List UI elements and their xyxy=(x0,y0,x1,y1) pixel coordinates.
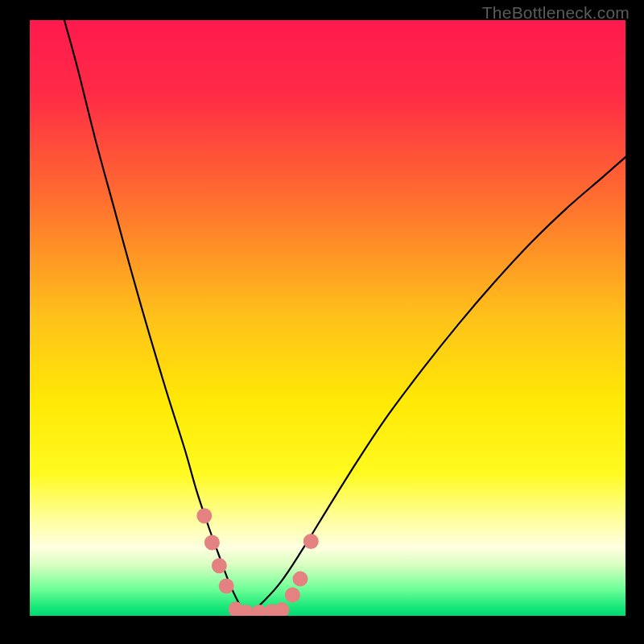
highlight-dot xyxy=(285,588,300,603)
chart-frame: TheBottleneck.com xyxy=(0,0,644,644)
chart-canvas xyxy=(30,20,625,616)
highlight-dot xyxy=(196,508,212,523)
highlight-dot xyxy=(292,572,308,587)
highlight-dot xyxy=(204,535,220,550)
gradient-background xyxy=(30,20,625,616)
highlight-dot xyxy=(303,534,319,549)
highlight-dot xyxy=(219,579,234,594)
plot-area xyxy=(30,20,625,616)
highlight-dot xyxy=(212,558,227,573)
watermark-text: TheBottleneck.com xyxy=(482,3,630,23)
